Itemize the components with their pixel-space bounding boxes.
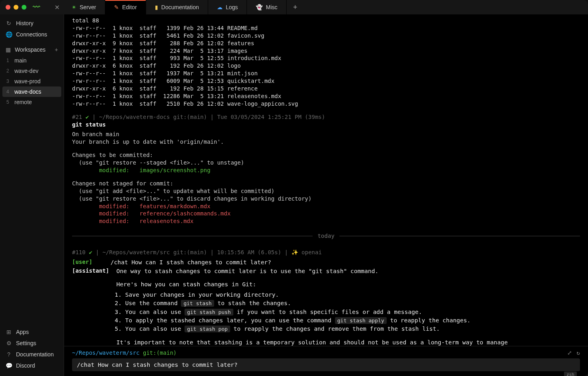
sidebar-item-label: Discord — [16, 362, 35, 369]
tab-label: Misc — [266, 4, 277, 10]
code-inline: git stash pop — [185, 326, 230, 332]
chat-step: Use the command git stash to stash the c… — [125, 299, 525, 307]
chat-role-assistant: [assistant] — [72, 267, 109, 275]
workspace-wave-docs[interactable]: 4wave-docs — [2, 86, 61, 97]
chat-assistant-text: One way to stash changes to commit later… — [116, 267, 525, 346]
git-staged-hint: (use "git restore --staged <file>..." to… — [64, 159, 588, 167]
tab-misc[interactable]: 👻Misc — [247, 0, 287, 14]
ls-row: drwxr-xr-x 7 knox staff 224 Mar 5 13:17 … — [64, 47, 588, 55]
code-inline: git stash push — [185, 309, 233, 316]
today-divider: today — [64, 229, 588, 243]
ls-row: drwxr-xr-x 9 knox staff 288 Feb 26 12:02… — [64, 40, 588, 47]
titlebar: 〰 ✕ ✴Server✎Editor▮Documentation☁Logs👻Mi… — [0, 0, 588, 14]
history-icon: ↻ — [6, 20, 12, 26]
workspaces-icon: ▦ — [6, 46, 11, 53]
sidebar-documentation[interactable]: ?Documentation — [0, 349, 64, 360]
workspace-main[interactable]: 1main — [2, 55, 61, 66]
workspace-wave-dev[interactable]: 2wave-dev — [2, 66, 61, 76]
workspace-name: remote — [14, 99, 32, 105]
ls-row: drwxr-xr-x 6 knox staff 192 Feb 26 12:02… — [64, 62, 588, 70]
wave-logo-icon: 〰 — [33, 3, 40, 12]
workspace-name: wave-dev — [14, 68, 38, 74]
sidebar-item-label: Apps — [16, 329, 29, 335]
workspace-name: main — [14, 57, 26, 64]
workspace-name: wave-prod — [14, 78, 40, 84]
close-window-icon[interactable] — [6, 5, 10, 10]
workspaces-label: Workspaces — [15, 46, 46, 53]
tab-icon: ▮ — [155, 4, 158, 10]
sidebar-discord[interactable]: 💬Discord — [0, 360, 64, 371]
discord-icon: 💬 — [6, 362, 12, 369]
expand-icon[interactable]: ⤢ — [567, 350, 572, 356]
sidebar-connections[interactable]: 🌐 Connections — [0, 29, 64, 40]
close-sidebar-icon[interactable]: ✕ — [54, 4, 60, 11]
workspace-name: wave-docs — [14, 88, 41, 95]
minimize-window-icon[interactable] — [14, 5, 18, 10]
chat-step: You can also use git stash pop to reappl… — [125, 325, 525, 333]
workspace-list: 1main2wave-dev3wave-prod4wave-docs5remot… — [0, 54, 64, 108]
tab-label: Documentation — [161, 4, 199, 10]
sidebar-bottom: ⊞Apps⚙Settings?Documentation💬Discord — [0, 324, 64, 376]
workspaces-header: ▦Workspaces + — [0, 43, 64, 54]
sidebar-connections-label: Connections — [16, 31, 47, 38]
git-unstaged-header: Changes not staged for commit: — [64, 180, 588, 187]
git-staged-header: Changes to be committed: — [64, 151, 588, 159]
workspace-number: 1 — [6, 58, 10, 63]
prompt-area: ~/Repos/waveterm/src git:(main) ⤢ ↻ /cha… — [64, 346, 588, 376]
divider-label: today — [317, 232, 334, 240]
globe-icon: 🌐 — [6, 31, 12, 38]
sidebar-history[interactable]: ↻ History — [0, 18, 64, 29]
tab-documentation[interactable]: ▮Documentation — [146, 0, 208, 14]
ls-row: -rw-r--r-- 1 knox staff 12286 Mar 5 13:2… — [64, 92, 588, 100]
add-tab-button[interactable]: + — [287, 3, 304, 12]
sidebar-item-label: Settings — [16, 340, 36, 346]
ls-row: -rw-r--r-- 1 knox staff 993 Mar 5 12:55 … — [64, 54, 588, 62]
sidebar-settings[interactable]: ⚙Settings — [0, 338, 64, 349]
cmd110-meta: #110 ✔ | ~/Repos/waveterm/src git:(main)… — [64, 249, 588, 256]
code-inline: git stash apply — [335, 317, 387, 324]
chat-step: To apply the stashed changes later, you … — [125, 316, 525, 324]
tab-icon: ☁ — [217, 4, 223, 10]
workspace-number: 3 — [6, 78, 10, 84]
workspace-remote[interactable]: 5remote — [2, 97, 61, 107]
tab-logs[interactable]: ☁Logs — [208, 0, 247, 14]
workspace-number: 2 — [6, 68, 10, 74]
ls-row: -rw-r--r-- 1 knox staff 1937 Mar 5 13:21… — [64, 70, 588, 77]
git-unstaged-file: modified: reference/slashcommands.mdx — [64, 210, 588, 217]
chat-user-text: /chat How can I stash changes to commit … — [110, 258, 271, 266]
code-inline: git stash — [181, 300, 214, 307]
settings-icon: ⚙ — [6, 340, 12, 346]
workspace-number: 4 — [6, 89, 10, 95]
tab-icon: ✴ — [72, 4, 76, 10]
zoom-window-icon[interactable] — [22, 5, 26, 10]
tab-server[interactable]: ✴Server — [63, 0, 105, 14]
git-unstaged-hint2: (use "git restore <file>..." to discard … — [64, 195, 588, 203]
terminal-pane: total 88 -rw-r--r-- 1 knox staff 1399 Fe… — [64, 14, 588, 376]
workspace-wave-prod[interactable]: 3wave-prod — [2, 76, 61, 86]
ls-row: -rw-r--r-- 1 knox staff 2510 Feb 26 12:0… — [64, 100, 588, 108]
git-unstaged-file: modified: features/markdown.mdx — [64, 203, 588, 210]
workspace-number: 5 — [6, 99, 10, 105]
git-unstaged-file: modified: releasenotes.mdx — [64, 217, 588, 225]
chat-step: You can also use git stash push if you w… — [125, 308, 525, 316]
sidebar-apps[interactable]: ⊞Apps — [0, 326, 64, 338]
tab-editor[interactable]: ✎Editor — [105, 0, 146, 14]
tab-label: Logs — [226, 4, 238, 10]
tab-icon: ✎ — [114, 4, 119, 10]
tab-bar: ✴Server✎Editor▮Documentation☁Logs👻Misc — [63, 0, 287, 14]
git-uptodate: Your branch is up to date with 'origin/m… — [64, 138, 588, 146]
ls-row: drwxr-xr-x 6 knox staff 192 Feb 28 15:15… — [64, 85, 588, 92]
add-workspace-button[interactable]: + — [55, 46, 58, 53]
ls-row: -rw-r--r-- 1 knox staff 6009 Mar 5 12:53… — [64, 77, 588, 85]
ls-row: -rw-r--r-- 1 knox staff 5461 Feb 26 12:0… — [64, 32, 588, 40]
apps-icon: ⊞ — [6, 329, 12, 335]
tab-icon: 👻 — [256, 4, 263, 10]
command-input[interactable]: /chat How can I stash changes to commit … — [72, 358, 580, 371]
command-input-text: /chat How can I stash changes to commit … — [77, 362, 238, 368]
history-prompt-icon[interactable]: ↻ — [577, 350, 580, 356]
chat-role-user: [user] — [72, 258, 103, 266]
prompt-cwd: ~/Repos/waveterm/src git:(main) — [72, 350, 177, 356]
terminal-output[interactable]: total 88 -rw-r--r-- 1 knox staff 1399 Fe… — [64, 14, 588, 346]
ls-total: total 88 — [64, 17, 588, 24]
shell-badge: zsh — [564, 372, 577, 376]
